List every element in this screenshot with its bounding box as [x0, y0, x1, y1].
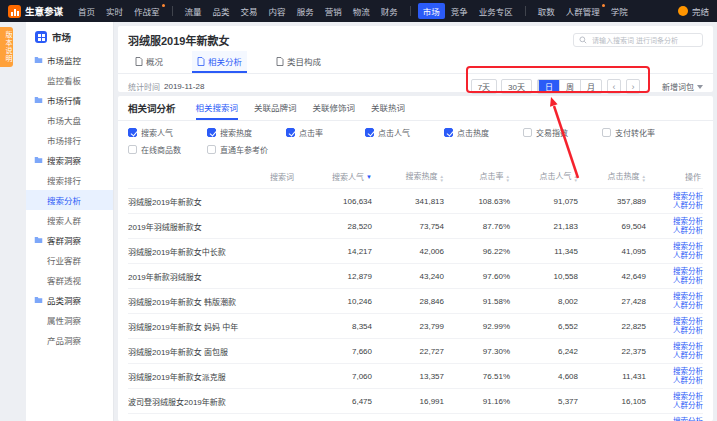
sidebar-item[interactable]: 产品洞察 — [26, 330, 113, 350]
cell-term[interactable]: 羽绒服2019年新款女 — [128, 189, 296, 214]
sidebar-group-header[interactable]: 市场行情 — [26, 90, 113, 110]
tab[interactable]: 相关分析 — [192, 51, 247, 73]
cell-term[interactable]: 波司登羽绒服女2019年新款 — [128, 389, 296, 414]
crowd-analysis-link[interactable]: 人群分析 — [646, 251, 703, 261]
granularity-option[interactable]: 周 — [559, 80, 580, 93]
subtab[interactable]: 关联品牌词 — [254, 96, 297, 120]
metric-checkbox[interactable]: 搜索人气 — [128, 127, 207, 138]
sidebar-group-header[interactable]: 客群洞察 — [26, 230, 113, 250]
search-analysis-link[interactable]: 搜索分析 — [646, 267, 703, 277]
sidebar-group-header[interactable]: 品类洞察 — [26, 290, 113, 310]
granularity-option[interactable]: 月 — [580, 80, 601, 93]
menu-item[interactable]: 业务专区 — [474, 3, 518, 19]
tab[interactable]: 类目构成 — [271, 51, 326, 73]
cell-term[interactable]: 羽绒服2019年新款女 面包服 — [128, 339, 296, 364]
granularity-option[interactable]: 日 — [538, 80, 559, 93]
sort-icon[interactable] — [506, 175, 510, 183]
menu-item[interactable]: 竞争 — [446, 3, 473, 19]
menu-item[interactable]: 人群管理 — [561, 3, 605, 19]
cell-term[interactable]: 羽绒服2019年新款女中长款 — [128, 239, 296, 264]
search-box[interactable] — [573, 33, 703, 47]
sidebar-item[interactable]: 客群透视 — [26, 270, 113, 290]
crowd-analysis-link[interactable]: 人群分析 — [646, 226, 703, 236]
word-pack-link[interactable]: 新增词包 — [662, 81, 703, 92]
user-area[interactable]: 完结 — [678, 5, 709, 17]
sidebar-group-header[interactable]: 搜索洞察 — [26, 150, 113, 170]
menu-item[interactable]: 品类 — [208, 3, 235, 19]
cell-term[interactable]: 2019年新款羽绒服女 — [128, 264, 296, 289]
column-header[interactable]: 搜索热度 — [372, 165, 444, 189]
cell-term[interactable]: 羽绒服2019年新款女 韩版潮款 — [128, 289, 296, 314]
column-header[interactable]: 操作 — [646, 165, 703, 189]
menu-item[interactable]: 实时 — [101, 3, 128, 19]
sidebar-item[interactable]: 搜索人群 — [26, 210, 113, 230]
column-header[interactable]: 点击率 — [444, 165, 510, 189]
version-note-tag[interactable]: 版本说明 — [0, 27, 13, 67]
cell-term[interactable]: 羽绒服2019年新款女 妈妈 中年 — [128, 314, 296, 339]
search-analysis-link[interactable]: 搜索分析 — [646, 242, 703, 252]
sidebar-item[interactable]: 行业客群 — [26, 250, 113, 270]
metric-checkbox[interactable]: 点击热度 — [444, 127, 523, 138]
sort-icon[interactable] — [574, 175, 578, 183]
crowd-analysis-link[interactable]: 人群分析 — [646, 201, 703, 211]
menu-item[interactable]: 首页 — [73, 3, 100, 19]
metric-checkbox[interactable]: 直通车参考价 — [207, 144, 286, 155]
sort-icon[interactable] — [366, 174, 372, 180]
crowd-analysis-link[interactable]: 人群分析 — [646, 301, 703, 311]
crowd-analysis-link[interactable]: 人群分析 — [646, 351, 703, 361]
menu-item[interactable]: 交易 — [236, 3, 263, 19]
subtab[interactable]: 关联热词 — [371, 96, 405, 120]
search-analysis-link[interactable]: 搜索分析 — [646, 292, 703, 302]
menu-item[interactable]: 内容 — [264, 3, 291, 19]
sidebar-item[interactable]: 属性洞察 — [26, 310, 113, 330]
metric-checkbox[interactable]: 交易指数 — [523, 127, 602, 138]
column-header[interactable]: 搜索人气 — [296, 165, 372, 189]
metric-checkbox[interactable]: 在线商品数 — [128, 144, 207, 155]
menu-item[interactable]: 物流 — [348, 3, 375, 19]
menu-item[interactable]: 服务 — [292, 3, 319, 19]
sidebar-group-header[interactable]: 市场监控 — [26, 50, 113, 70]
menu-item[interactable]: 营销 — [320, 3, 347, 19]
prev-button[interactable]: ‹ — [607, 79, 621, 94]
sidebar-item[interactable]: 监控看板 — [26, 70, 113, 90]
search-analysis-link[interactable]: 搜索分析 — [646, 392, 703, 402]
search-analysis-link[interactable]: 搜索分析 — [646, 217, 703, 227]
cell-term[interactable]: 羽绒服2019年新款女 短款 学生 — [128, 414, 296, 421]
range-button[interactable]: 7天 — [471, 79, 497, 94]
metric-checkbox[interactable]: 搜索热度 — [207, 127, 286, 138]
cell-term[interactable]: 羽绒服2019年新款女派克服 — [128, 364, 296, 389]
subtab[interactable]: 关联修饰词 — [313, 96, 356, 120]
menu-item[interactable]: 财务 — [376, 3, 403, 19]
subtab[interactable]: 相关搜索词 — [196, 96, 239, 120]
crowd-analysis-link[interactable]: 人群分析 — [646, 401, 703, 411]
next-button[interactable]: › — [626, 79, 640, 94]
sort-icon[interactable] — [642, 175, 646, 183]
menu-item[interactable]: 作战室 — [129, 3, 165, 19]
search-analysis-link[interactable]: 搜索分析 — [646, 417, 703, 421]
search-analysis-link[interactable]: 搜索分析 — [646, 367, 703, 377]
menu-item[interactable]: 流量 — [180, 3, 207, 19]
search-analysis-link[interactable]: 搜索分析 — [646, 192, 703, 202]
crowd-analysis-link[interactable]: 人群分析 — [646, 326, 703, 336]
sidebar-item[interactable]: 搜索排行 — [26, 170, 113, 190]
column-header[interactable]: 搜索词 — [128, 165, 296, 189]
column-header[interactable]: 点击热度 — [578, 165, 646, 189]
sidebar-item[interactable]: 搜索分析 — [26, 190, 113, 210]
range-button[interactable]: 30天 — [501, 79, 532, 94]
metric-checkbox[interactable]: 点击率 — [286, 127, 365, 138]
sidebar-item[interactable]: 市场大盘 — [26, 110, 113, 130]
metric-checkbox[interactable]: 点击人气 — [365, 127, 444, 138]
menu-item[interactable]: 取数 — [533, 3, 560, 19]
search-analysis-link[interactable]: 搜索分析 — [646, 342, 703, 352]
crowd-analysis-link[interactable]: 人群分析 — [646, 276, 703, 286]
menu-item[interactable]: 学院 — [606, 3, 633, 19]
search-analysis-link[interactable]: 搜索分析 — [646, 317, 703, 327]
metric-checkbox[interactable]: 支付转化率 — [602, 127, 681, 138]
sort-icon[interactable] — [440, 175, 444, 183]
brand[interactable]: 生意参谋 — [8, 4, 63, 18]
cell-term[interactable]: 2019年羽绒服新款女 — [128, 214, 296, 239]
menu-item[interactable]: 市场 — [418, 3, 445, 19]
tab[interactable]: 概况 — [130, 51, 168, 73]
column-header[interactable]: 点击人气 — [510, 165, 578, 189]
search-input[interactable] — [590, 36, 697, 45]
